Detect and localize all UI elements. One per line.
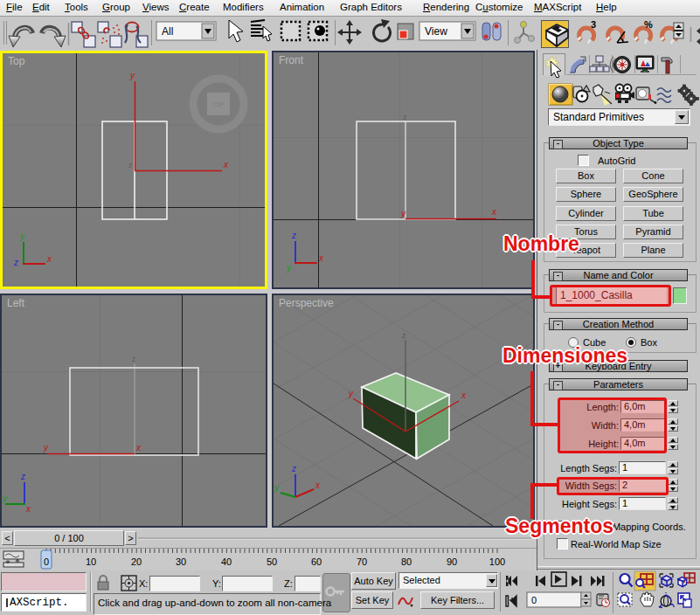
svg-text:View: View [425,25,447,38]
svg-text:%: % [644,19,653,30]
svg-text:z: z [20,472,25,481]
svg-text:y: y [348,389,354,398]
svg-text:z: z [132,355,136,363]
svg-text:0: 0 [531,595,537,605]
svg-text:y: y [43,443,49,453]
svg-text:z: z [403,113,407,121]
svg-text:All: All [162,25,173,38]
svg-text:70: 70 [357,556,367,567]
svg-text:x: x [25,504,31,514]
svg-text:x: x [461,390,467,400]
svg-text:x: x [318,253,324,263]
svg-text:40: 40 [221,556,232,567]
svg-text:y: y [19,231,25,241]
svg-text:50: 50 [267,556,277,567]
svg-text:x: x [223,160,229,169]
svg-text:30: 30 [176,556,186,567]
svg-text:y: y [400,209,406,218]
svg-text:z: z [13,258,18,267]
svg-text:z: z [128,161,133,169]
svg-text:y: y [274,483,280,493]
svg-text:z: z [291,231,296,240]
svg-text:x: x [135,443,142,453]
svg-text:x: x [491,207,497,217]
svg-text:10: 10 [86,556,96,567]
svg-text:z: z [291,464,296,473]
svg-text:60: 60 [311,556,322,567]
svg-text:x: x [315,480,321,490]
svg-text:y: y [286,263,292,273]
svg-text:y: y [2,494,8,503]
svg-text:100: 100 [489,556,505,567]
svg-text:y: y [129,71,135,80]
svg-text:80: 80 [401,556,412,567]
svg-text:0: 0 [44,556,49,567]
svg-text:3: 3 [591,19,596,30]
svg-text:TOP: TOP [211,101,225,107]
svg-text:x: x [46,254,52,264]
svg-text:z: z [402,331,406,340]
svg-text:20: 20 [131,556,142,567]
svg-text:90: 90 [447,556,457,567]
